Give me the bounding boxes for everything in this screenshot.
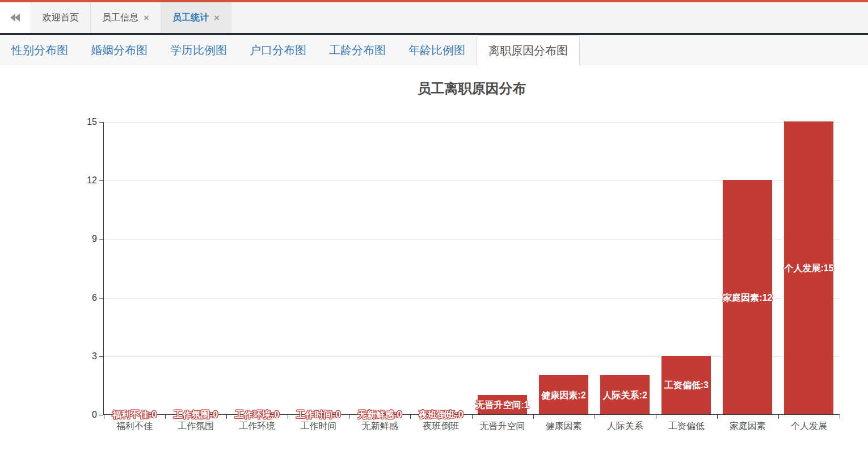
collapse-tabs-button[interactable] xyxy=(0,2,31,33)
y-axis-tick xyxy=(99,180,103,181)
window-tab-label: 欢迎首页 xyxy=(43,2,79,33)
bar-value-label: 夜班倒班:0 xyxy=(378,409,503,421)
chart-tab-3[interactable]: 户口分布图 xyxy=(238,35,318,65)
y-tick-label: 3 xyxy=(71,351,97,362)
x-category-label: 个人发展 xyxy=(772,421,846,432)
x-axis-tick xyxy=(778,415,779,419)
app-window: 欢迎首页员工信息×员工统计× 性别分布图婚姻分布图学历比例图户口分布图工龄分布图… xyxy=(0,0,868,475)
y-axis-tick xyxy=(99,298,103,299)
chart-tab-0[interactable]: 性别分布图 xyxy=(0,35,79,65)
window-tab-label: 员工统计 xyxy=(172,2,209,33)
bar-value-label: 家庭因素:12 xyxy=(685,292,810,304)
window-tab-bar: 欢迎首页员工信息×员工统计× xyxy=(0,2,868,35)
window-tab-list: 欢迎首页员工信息×员工统计× xyxy=(31,2,231,33)
bar-value-label: 人际关系:2 xyxy=(563,390,688,401)
y-axis-line xyxy=(103,122,104,415)
y-axis-tick xyxy=(99,122,103,123)
y-axis-tick xyxy=(99,239,103,239)
window-tab-label: 员工信息 xyxy=(102,2,138,33)
window-tab-2[interactable]: 员工统计× xyxy=(161,2,231,33)
x-axis-tick xyxy=(840,415,840,419)
x-axis-tick xyxy=(595,415,595,419)
chart-region: 员工离职原因分布 03691215福利不佳工作氛围工作环境工作时间无新鲜感夜班倒… xyxy=(0,65,868,475)
close-tab-icon[interactable]: × xyxy=(144,13,149,23)
bar-value-label: 无晋升空间:1 xyxy=(440,400,565,411)
chart-tab-1[interactable]: 婚姻分布图 xyxy=(79,35,159,65)
window-tab-0[interactable]: 欢迎首页 xyxy=(31,2,91,33)
double-left-arrow-icon xyxy=(11,14,20,22)
chart-title: 员工离职原因分布 xyxy=(104,79,840,98)
bar-chart-plot: 03691215福利不佳工作氛围工作环境工作时间无新鲜感夜班倒班无晋升空间健康因… xyxy=(104,122,840,415)
close-tab-icon[interactable]: × xyxy=(214,13,220,23)
chart-tab-2[interactable]: 学历比例图 xyxy=(159,35,238,65)
x-axis-tick xyxy=(656,415,656,419)
y-tick-label: 12 xyxy=(71,175,97,186)
window-tab-1[interactable]: 员工信息× xyxy=(91,2,161,33)
x-axis-tick xyxy=(717,415,718,419)
x-axis-tick xyxy=(533,415,534,419)
chart-tab-bar: 性别分布图婚姻分布图学历比例图户口分布图工龄分布图年龄比例图离职原因分布图 xyxy=(0,35,868,65)
chart-tab-4[interactable]: 工龄分布图 xyxy=(318,35,397,65)
y-tick-label: 15 xyxy=(71,116,97,128)
y-axis-tick xyxy=(99,356,103,357)
chart-tab-5[interactable]: 年龄比例图 xyxy=(397,35,477,65)
y-tick-label: 6 xyxy=(71,292,97,304)
grid-line xyxy=(104,122,840,123)
y-tick-label: 9 xyxy=(71,233,97,245)
chart-tab-6[interactable]: 离职原因分布图 xyxy=(477,35,580,66)
bar-value-label: 工资偏低:3 xyxy=(624,380,749,391)
bar-value-label: 个人发展:15 xyxy=(747,263,868,274)
